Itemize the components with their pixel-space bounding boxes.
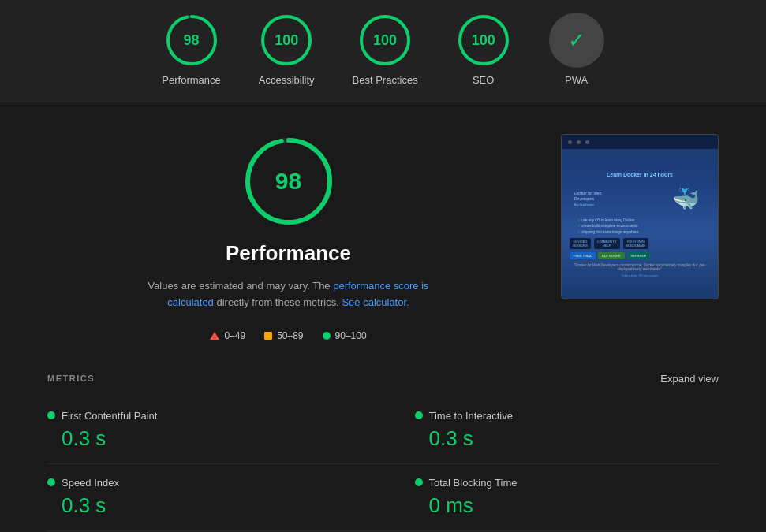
btn-buy: BUY BOOKS xyxy=(598,252,625,259)
metric-item-si: Speed Index 0.3 s xyxy=(47,464,383,531)
score-item-best-practices[interactable]: 100 Best Practices xyxy=(353,13,418,86)
legend-dot-icon xyxy=(323,332,331,340)
pwa-circle: ✓ xyxy=(549,13,604,68)
check-item-3: shipping that same image anywhere xyxy=(577,229,710,235)
stat-box-3: YOUR OWNSUBDOMAIN xyxy=(623,238,648,249)
screenshot-link: Take a free, 60 min course xyxy=(570,273,710,277)
metrics-grid: First Contentful Paint 0.3 s Time to Int… xyxy=(47,397,719,532)
metric-dot-si xyxy=(47,478,55,486)
check-item-2: create build-complete environments xyxy=(577,223,710,229)
main-score-circle: 98 xyxy=(241,134,336,229)
main-content: 98 Performance Values are estimated and … xyxy=(0,102,766,357)
score-label-seo: SEO xyxy=(473,74,494,86)
screenshot-stats: 50 VIDEOLESSONS COMMUNITYHELP YOUR OWNSU… xyxy=(570,238,710,249)
legend-range-red: 0–49 xyxy=(224,330,245,341)
screenshot-frame: Learn Docker in 24 hours Docker for WebD… xyxy=(561,134,719,299)
pwa-check-icon: ✓ xyxy=(568,28,585,53)
metric-name-si: Speed Index xyxy=(62,477,119,489)
score-value-seo: 100 xyxy=(472,32,495,49)
metric-value-tti: 0.3 s xyxy=(415,426,719,451)
screenshot-page-title: Learn Docker in 24 hours xyxy=(570,172,710,177)
metric-dot-tti xyxy=(415,411,423,419)
metric-item-tti: Time to Interactive 0.3 s xyxy=(383,397,719,464)
legend: 0–49 50–89 90–100 xyxy=(210,330,366,341)
score-item-performance[interactable]: 98 Performance xyxy=(162,13,220,86)
metric-header-tti: Time to Interactive xyxy=(415,410,719,422)
description-mid: directly from these metrics. xyxy=(214,296,342,308)
metric-header-tbt: Total Blocking Time xyxy=(415,477,719,489)
legend-range-orange: 50–89 xyxy=(277,330,303,341)
score-label-pwa: PWA xyxy=(565,74,588,86)
main-title: Performance xyxy=(226,241,351,266)
score-item-pwa[interactable]: ✓ PWA xyxy=(549,13,604,86)
metric-item-tbt: Total Blocking Time 0 ms xyxy=(383,464,719,531)
score-label-accessibility: Accessibility xyxy=(259,74,315,86)
score-value-accessibility: 100 xyxy=(275,32,298,49)
header-dot-3 xyxy=(585,140,589,144)
right-panel: Learn Docker in 24 hours Docker for WebD… xyxy=(561,134,719,341)
metric-name-tbt: Total Blocking Time xyxy=(429,477,518,489)
score-value-performance: 98 xyxy=(184,32,200,49)
stat-box-1: 50 VIDEOLESSONS xyxy=(570,238,591,249)
score-label-performance: Performance xyxy=(162,74,220,86)
score-circle-accessibility: 100 xyxy=(259,13,314,68)
screenshot-quote: "Docker for Web Developers convinced me,… xyxy=(570,263,710,271)
screenshot-header xyxy=(562,135,718,149)
legend-item-green: 90–100 xyxy=(323,330,367,341)
main-score-value: 98 xyxy=(275,168,301,195)
legend-triangle-icon xyxy=(210,332,219,340)
screenshot-inner: Learn Docker in 24 hours Docker for WebD… xyxy=(562,135,718,299)
docker-logo-area: Docker for WebDevelopers Buy Log-Docker … xyxy=(570,180,710,218)
score-item-seo[interactable]: 100 SEO xyxy=(456,13,511,86)
check-item-1: use any OS to learn using Docker xyxy=(577,218,710,223)
expand-view-button[interactable]: Expand view xyxy=(660,373,719,385)
metric-name-tti: Time to Interactive xyxy=(429,410,513,422)
metrics-section: METRICS Expand view First Contentful Pai… xyxy=(0,357,766,532)
score-label-best-practices: Best Practices xyxy=(353,74,418,86)
left-panel: 98 Performance Values are estimated and … xyxy=(47,134,529,341)
docker-text-block: Docker for WebDevelopers Buy Log-Docker xyxy=(574,191,602,207)
header-dot-1 xyxy=(568,140,572,144)
metric-header-si: Speed Index xyxy=(47,477,352,489)
legend-item-orange: 50–89 xyxy=(264,330,303,341)
legend-item-red: 0–49 xyxy=(210,330,245,341)
calculator-link[interactable]: See calculator. xyxy=(342,296,409,308)
btn-trial: FREE TRIAL xyxy=(570,252,596,259)
score-value-best-practices: 100 xyxy=(373,32,397,49)
metric-header-fcp: First Contentful Paint xyxy=(47,410,352,422)
score-circle-performance: 98 xyxy=(164,13,219,68)
screenshot-checklist: use any OS to learn using Docker create … xyxy=(570,218,710,235)
score-item-accessibility[interactable]: 100 Accessibility xyxy=(259,13,315,86)
docker-logo: 🐳 xyxy=(666,183,705,214)
metric-dot-fcp xyxy=(47,411,55,419)
description: Values are estimated and may vary. The p… xyxy=(147,278,431,311)
metric-item-fcp: First Contentful Paint 0.3 s xyxy=(47,397,383,464)
legend-square-icon xyxy=(264,332,272,340)
legend-range-green: 90–100 xyxy=(335,330,367,341)
screenshot-buttons: FREE TRIAL BUY BOOKS REFRESH xyxy=(570,252,710,259)
btn-refresh: REFRESH xyxy=(627,252,650,259)
header-dot-2 xyxy=(577,140,581,144)
metrics-header: METRICS Expand view xyxy=(47,373,719,385)
score-circle-seo: 100 xyxy=(456,13,511,68)
score-circle-best-practices: 100 xyxy=(357,13,413,68)
metrics-label: METRICS xyxy=(47,374,95,383)
metric-name-fcp: First Contentful Paint xyxy=(62,410,157,422)
scores-bar: 98 Performance 100 Accessibility 100 Bes… xyxy=(0,0,766,102)
screenshot-content: Learn Docker in 24 hours Docker for WebD… xyxy=(570,172,710,277)
metric-value-si: 0.3 s xyxy=(47,493,352,518)
description-text: Values are estimated and may vary. The xyxy=(148,280,333,292)
metric-value-tbt: 0 ms xyxy=(415,493,719,518)
stat-box-2: COMMUNITYHELP xyxy=(594,238,620,249)
metric-dot-tbt xyxy=(415,478,423,486)
metric-value-fcp: 0.3 s xyxy=(47,426,352,451)
